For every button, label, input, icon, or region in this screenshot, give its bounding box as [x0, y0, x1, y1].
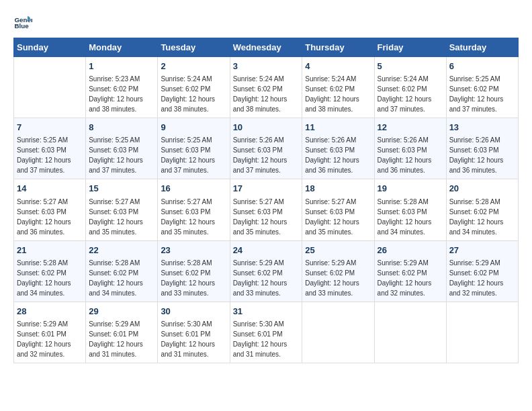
day-info: Sunrise: 5:30 AM Sunset: 6:01 PM Dayligh… [233, 319, 300, 359]
calendar-cell [14, 57, 86, 118]
day-info: Sunrise: 5:25 AM Sunset: 6:02 PM Dayligh… [449, 74, 515, 114]
day-info: Sunrise: 5:27 AM Sunset: 6:03 PM Dayligh… [89, 197, 154, 237]
day-info: Sunrise: 5:26 AM Sunset: 6:03 PM Dayligh… [378, 135, 443, 175]
calendar-cell: 12Sunrise: 5:26 AM Sunset: 6:03 PM Dayli… [374, 118, 446, 179]
weekday-header-sunday: Sunday [14, 38, 86, 57]
calendar-cell: 3Sunrise: 5:24 AM Sunset: 6:02 PM Daylig… [230, 57, 302, 118]
calendar-cell [446, 302, 518, 363]
day-info: Sunrise: 5:28 AM Sunset: 6:02 PM Dayligh… [449, 197, 515, 237]
calendar-cell: 28Sunrise: 5:29 AM Sunset: 6:01 PM Dayli… [14, 302, 86, 363]
day-number: 21 [17, 244, 83, 257]
day-number: 29 [89, 306, 154, 318]
logo-icon: General Blue [13, 13, 32, 32]
day-number: 23 [161, 244, 226, 257]
day-info: Sunrise: 5:26 AM Sunset: 6:03 PM Dayligh… [305, 135, 371, 175]
day-info: Sunrise: 5:29 AM Sunset: 6:01 PM Dayligh… [89, 319, 154, 359]
day-number: 2 [161, 60, 226, 73]
day-number: 14 [17, 183, 83, 195]
day-number: 8 [89, 122, 154, 134]
day-number: 15 [89, 183, 154, 195]
calendar-cell: 23Sunrise: 5:28 AM Sunset: 6:02 PM Dayli… [158, 240, 230, 302]
day-info: Sunrise: 5:28 AM Sunset: 6:03 PM Dayligh… [378, 197, 443, 237]
day-info: Sunrise: 5:27 AM Sunset: 6:03 PM Dayligh… [17, 197, 83, 237]
day-info: Sunrise: 5:24 AM Sunset: 6:02 PM Dayligh… [233, 74, 300, 114]
day-number: 12 [378, 122, 443, 134]
weekday-header-monday: Monday [86, 38, 158, 57]
day-number: 9 [161, 122, 226, 134]
day-number: 6 [449, 60, 515, 73]
day-number: 30 [161, 306, 226, 318]
calendar-cell: 10Sunrise: 5:26 AM Sunset: 6:03 PM Dayli… [230, 118, 302, 179]
calendar-week-4: 21Sunrise: 5:28 AM Sunset: 6:02 PM Dayli… [14, 240, 519, 302]
calendar-week-3: 14Sunrise: 5:27 AM Sunset: 6:03 PM Dayli… [14, 179, 519, 240]
day-info: Sunrise: 5:24 AM Sunset: 6:02 PM Dayligh… [305, 74, 371, 114]
calendar-header: SundayMondayTuesdayWednesdayThursdayFrid… [14, 38, 519, 57]
day-info: Sunrise: 5:28 AM Sunset: 6:02 PM Dayligh… [17, 258, 83, 298]
calendar-table: SundayMondayTuesdayWednesdayThursdayFrid… [13, 38, 519, 363]
calendar-cell: 11Sunrise: 5:26 AM Sunset: 6:03 PM Dayli… [302, 118, 374, 179]
day-number: 20 [449, 183, 515, 195]
day-number: 4 [305, 60, 371, 73]
day-info: Sunrise: 5:29 AM Sunset: 6:02 PM Dayligh… [378, 258, 443, 298]
calendar-cell: 21Sunrise: 5:28 AM Sunset: 6:02 PM Dayli… [14, 240, 86, 302]
day-number: 16 [161, 183, 226, 195]
page-header: General Blue [13, 13, 519, 32]
calendar-cell: 6Sunrise: 5:25 AM Sunset: 6:02 PM Daylig… [446, 57, 518, 118]
day-info: Sunrise: 5:25 AM Sunset: 6:03 PM Dayligh… [161, 135, 226, 175]
day-number: 18 [305, 183, 371, 195]
svg-text:Blue: Blue [14, 22, 29, 30]
calendar-week-2: 7Sunrise: 5:25 AM Sunset: 6:03 PM Daylig… [14, 118, 519, 179]
day-number: 10 [233, 122, 300, 134]
calendar-cell: 18Sunrise: 5:27 AM Sunset: 6:03 PM Dayli… [302, 179, 374, 240]
calendar-cell: 5Sunrise: 5:24 AM Sunset: 6:02 PM Daylig… [374, 57, 446, 118]
calendar-cell: 27Sunrise: 5:29 AM Sunset: 6:02 PM Dayli… [446, 240, 518, 302]
day-number: 3 [233, 60, 300, 73]
day-info: Sunrise: 5:29 AM Sunset: 6:02 PM Dayligh… [233, 258, 300, 298]
day-number: 25 [305, 244, 371, 257]
calendar-cell: 17Sunrise: 5:27 AM Sunset: 6:03 PM Dayli… [230, 179, 302, 240]
day-number: 5 [378, 60, 443, 73]
day-info: Sunrise: 5:29 AM Sunset: 6:02 PM Dayligh… [305, 258, 371, 298]
day-number: 31 [233, 306, 300, 318]
weekday-header-wednesday: Wednesday [230, 38, 302, 57]
day-info: Sunrise: 5:24 AM Sunset: 6:02 PM Dayligh… [161, 74, 226, 114]
day-number: 19 [378, 183, 443, 195]
day-number: 17 [233, 183, 300, 195]
calendar-cell: 4Sunrise: 5:24 AM Sunset: 6:02 PM Daylig… [302, 57, 374, 118]
calendar-cell: 20Sunrise: 5:28 AM Sunset: 6:02 PM Dayli… [446, 179, 518, 240]
calendar-cell: 13Sunrise: 5:26 AM Sunset: 6:03 PM Dayli… [446, 118, 518, 179]
weekday-header-tuesday: Tuesday [158, 38, 230, 57]
day-number: 22 [89, 244, 154, 257]
weekday-header-row: SundayMondayTuesdayWednesdayThursdayFrid… [14, 38, 519, 57]
day-info: Sunrise: 5:25 AM Sunset: 6:03 PM Dayligh… [17, 135, 83, 175]
day-number: 7 [17, 122, 83, 134]
day-number: 1 [89, 60, 154, 73]
calendar-cell: 29Sunrise: 5:29 AM Sunset: 6:01 PM Dayli… [86, 302, 158, 363]
calendar-cell: 1Sunrise: 5:23 AM Sunset: 6:02 PM Daylig… [86, 57, 158, 118]
day-info: Sunrise: 5:29 AM Sunset: 6:02 PM Dayligh… [449, 258, 515, 298]
calendar-cell: 19Sunrise: 5:28 AM Sunset: 6:03 PM Dayli… [374, 179, 446, 240]
calendar-cell [302, 302, 374, 363]
day-number: 13 [449, 122, 515, 134]
day-info: Sunrise: 5:24 AM Sunset: 6:02 PM Dayligh… [378, 74, 443, 114]
day-info: Sunrise: 5:26 AM Sunset: 6:03 PM Dayligh… [233, 135, 300, 175]
calendar-cell: 31Sunrise: 5:30 AM Sunset: 6:01 PM Dayli… [230, 302, 302, 363]
day-info: Sunrise: 5:28 AM Sunset: 6:02 PM Dayligh… [89, 258, 154, 298]
day-number: 24 [233, 244, 300, 257]
day-number: 26 [378, 244, 443, 257]
day-number: 11 [305, 122, 371, 134]
calendar-cell: 14Sunrise: 5:27 AM Sunset: 6:03 PM Dayli… [14, 179, 86, 240]
calendar-cell: 26Sunrise: 5:29 AM Sunset: 6:02 PM Dayli… [374, 240, 446, 302]
calendar-cell: 9Sunrise: 5:25 AM Sunset: 6:03 PM Daylig… [158, 118, 230, 179]
day-number: 28 [17, 306, 83, 318]
calendar-cell: 7Sunrise: 5:25 AM Sunset: 6:03 PM Daylig… [14, 118, 86, 179]
day-number: 27 [449, 244, 515, 257]
calendar-week-5: 28Sunrise: 5:29 AM Sunset: 6:01 PM Dayli… [14, 302, 519, 363]
calendar-cell: 22Sunrise: 5:28 AM Sunset: 6:02 PM Dayli… [86, 240, 158, 302]
day-info: Sunrise: 5:25 AM Sunset: 6:03 PM Dayligh… [89, 135, 154, 175]
weekday-header-thursday: Thursday [302, 38, 374, 57]
logo: General Blue [13, 13, 36, 32]
day-info: Sunrise: 5:27 AM Sunset: 6:03 PM Dayligh… [305, 197, 371, 237]
weekday-header-saturday: Saturday [446, 38, 518, 57]
day-info: Sunrise: 5:27 AM Sunset: 6:03 PM Dayligh… [161, 197, 226, 237]
